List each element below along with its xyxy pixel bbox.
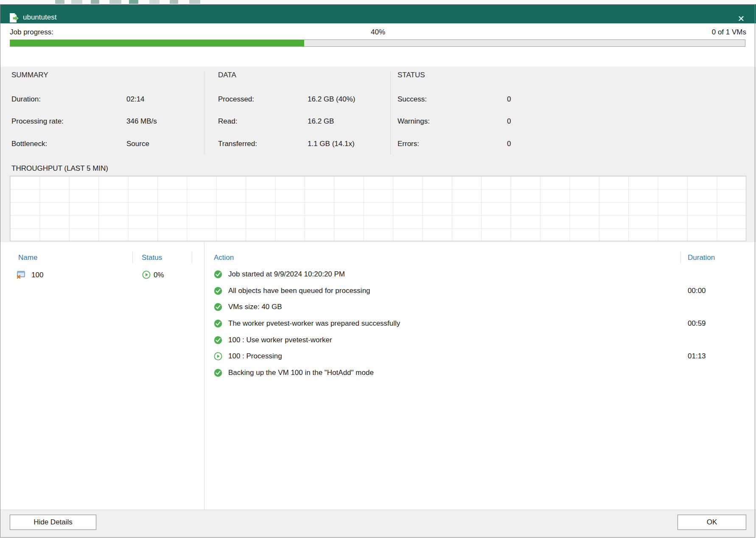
log-duration: 01:13 <box>688 352 706 361</box>
summary-row-value: Source <box>126 140 149 148</box>
summary-header: SUMMARY <box>11 71 48 79</box>
background-icon-fragment <box>189 0 200 4</box>
check-circle-icon <box>214 336 222 344</box>
ok-button[interactable]: OK <box>678 515 746 530</box>
summary-row-label: Bottleneck: <box>11 140 47 148</box>
throughput-header: THROUGHPUT (LAST 5 MIN) <box>11 164 108 173</box>
log-row[interactable]: VMs size: 40 GB <box>0 303 756 315</box>
log-message: The worker pvetest-worker was prepared s… <box>228 319 400 328</box>
summary-row-value: 346 MB/s <box>126 117 157 126</box>
background-icon-fragment <box>91 0 99 4</box>
background-icon-fragment <box>149 0 160 4</box>
log-row[interactable]: The worker pvetest-worker was prepared s… <box>0 319 756 332</box>
log-message: VMs size: 40 GB <box>228 303 282 311</box>
background-icon-fragment <box>71 0 82 4</box>
job-progress-vm-count: 0 of 1 VMs <box>712 28 746 37</box>
stats-divider <box>204 71 204 155</box>
data-row-value: 16.2 GB <box>308 117 334 126</box>
log-message: 100 : Processing <box>228 352 282 361</box>
job-progress-dialog: ubuntutest ✕ Job progress: 40% 0 of 1 VM… <box>0 0 756 538</box>
dialog-titlebar: ubuntutest ✕ <box>0 4 756 23</box>
status-row-label: Errors: <box>398 140 419 148</box>
status-row-label: Success: <box>398 95 427 104</box>
log-message: All objects have been queued for process… <box>228 287 370 295</box>
status-row-value: 0 <box>507 95 511 104</box>
status-row-label: Warnings: <box>398 117 430 126</box>
data-header: DATA <box>218 71 236 79</box>
log-row[interactable]: 100 : Use worker pvetest-worker <box>0 336 756 349</box>
background-icon-fragment <box>170 0 178 4</box>
log-duration: 00:00 <box>688 287 706 295</box>
dialog-footer <box>0 510 756 538</box>
background-window-edge <box>0 0 756 4</box>
close-icon[interactable]: ✕ <box>735 12 748 25</box>
status-row-value: 0 <box>507 117 511 126</box>
background-icon-fragment <box>129 0 138 4</box>
vm-status-column-header[interactable]: Status <box>142 254 162 262</box>
status-row-value: 0 <box>507 140 511 148</box>
check-circle-icon <box>214 287 222 295</box>
summary-row-value: 02:14 <box>126 95 145 104</box>
summary-row-label: Processing rate: <box>11 117 64 126</box>
log-message: 100 : Use worker pvetest-worker <box>228 336 332 344</box>
job-progress-percent: 40% <box>0 28 756 37</box>
log-row[interactable]: Backing up the VM 100 in the "HotAdd" mo… <box>0 369 756 381</box>
column-separator <box>680 251 681 263</box>
log-message: Job started at 9/9/2024 10:20:20 PM <box>228 270 345 279</box>
status-header: STATUS <box>398 71 425 79</box>
log-message: Backing up the VM 100 in the "HotAdd" mo… <box>228 369 374 377</box>
job-document-icon <box>8 12 19 23</box>
throughput-chart <box>10 176 746 241</box>
background-icon-fragment <box>109 0 121 4</box>
dialog-title: ubuntutest <box>23 13 56 22</box>
data-row-label: Transferred: <box>218 140 257 148</box>
action-column-header[interactable]: Action <box>214 254 234 262</box>
column-separator <box>192 251 192 263</box>
check-circle-icon <box>214 319 222 328</box>
hide-details-button[interactable]: Hide Details <box>10 515 96 530</box>
data-row-value: 1.1 GB (14.1x) <box>308 140 355 148</box>
stats-divider <box>390 71 391 155</box>
log-row[interactable]: 100 : Processing 01:13 <box>0 352 756 365</box>
column-separator <box>132 251 133 263</box>
job-progress-bar <box>10 39 745 47</box>
data-row-label: Read: <box>218 117 237 126</box>
data-row-value: 16.2 GB (40%) <box>308 95 355 104</box>
duration-column-header[interactable]: Duration <box>688 254 715 262</box>
vm-name-column-header[interactable]: Name <box>18 254 37 262</box>
data-row-label: Processed: <box>218 95 254 104</box>
log-row[interactable]: Job started at 9/9/2024 10:20:20 PM <box>0 270 756 283</box>
progress-fill <box>10 40 304 46</box>
check-circle-icon <box>214 369 222 377</box>
log-row[interactable]: All objects have been queued for process… <box>0 287 756 299</box>
check-circle-icon <box>214 270 222 279</box>
summary-row-label: Duration: <box>11 95 41 104</box>
background-icon-fragment <box>55 0 64 4</box>
log-duration: 00:59 <box>688 319 706 328</box>
check-circle-icon <box>214 303 222 311</box>
running-circle-icon <box>214 352 222 361</box>
